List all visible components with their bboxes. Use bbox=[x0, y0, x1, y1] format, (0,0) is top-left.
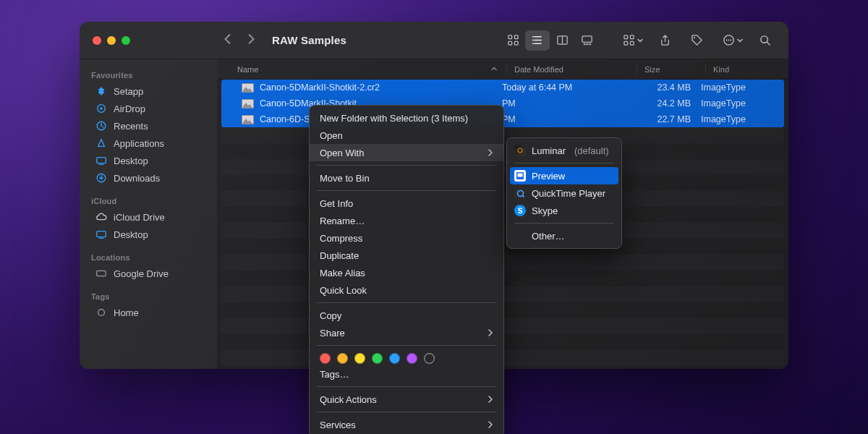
sidebar-item-google-drive[interactable]: Google Drive bbox=[84, 265, 213, 282]
tag-orange[interactable] bbox=[337, 353, 348, 364]
group-by-button[interactable] bbox=[618, 30, 644, 51]
menu-separator bbox=[317, 302, 496, 303]
sidebar-item-icloud-drive[interactable]: iCloud Drive bbox=[84, 208, 213, 226]
chevron-right-icon bbox=[246, 34, 256, 44]
group-icon bbox=[623, 34, 635, 46]
sidebar-item-icloud-desktop[interactable]: Desktop bbox=[84, 226, 213, 243]
submenu-app-preview[interactable]: Preview bbox=[510, 167, 618, 184]
column-name[interactable]: Name bbox=[237, 65, 506, 74]
chevron-right-icon bbox=[487, 328, 493, 339]
sidebar-section-locations: Locations bbox=[80, 249, 217, 265]
tag-circle-icon bbox=[95, 307, 107, 318]
search-button[interactable] bbox=[754, 30, 775, 51]
view-icons-button[interactable] bbox=[501, 30, 525, 51]
tag-none[interactable] bbox=[424, 353, 435, 364]
menu-separator bbox=[514, 163, 614, 163]
folder-title: RAW Samples bbox=[272, 34, 346, 46]
menu-quick-actions[interactable]: Quick Actions bbox=[310, 391, 503, 408]
menu-move-to-bin[interactable]: Move to Bin bbox=[310, 169, 503, 187]
image-file-icon bbox=[242, 83, 254, 93]
sidebar-item-recents[interactable]: Recents bbox=[84, 117, 213, 135]
menu-separator bbox=[514, 223, 614, 224]
submenu-app-skype[interactable]: S Skype bbox=[507, 202, 621, 219]
svg-rect-28 bbox=[97, 271, 106, 276]
menu-open-with[interactable]: Open With bbox=[310, 144, 503, 161]
image-file-icon bbox=[242, 99, 254, 109]
column-date[interactable]: Date Modified bbox=[506, 65, 637, 74]
sidebar-item-desktop[interactable]: Desktop bbox=[84, 152, 213, 169]
svg-point-20 bbox=[730, 40, 731, 41]
svg-rect-14 bbox=[630, 35, 634, 39]
minimize-window-button[interactable] bbox=[107, 36, 116, 45]
view-list-button[interactable] bbox=[525, 30, 550, 51]
sidebar-section-tags: Tags bbox=[80, 288, 217, 304]
tag-yellow[interactable] bbox=[354, 353, 365, 364]
sidebar-item-setapp[interactable]: Setapp bbox=[84, 82, 213, 100]
desktop-icon bbox=[95, 155, 107, 166]
forward-button[interactable] bbox=[246, 34, 256, 47]
menu-make-alias[interactable]: Make Alias bbox=[310, 264, 503, 281]
image-file-icon bbox=[242, 115, 254, 124]
menu-get-info[interactable]: Get Info bbox=[310, 195, 503, 212]
svg-rect-35 bbox=[518, 174, 523, 177]
desktop-icon bbox=[95, 229, 107, 240]
tags-button[interactable] bbox=[686, 30, 707, 51]
menu-tags[interactable]: Tags… bbox=[310, 365, 503, 383]
list-icon bbox=[532, 34, 544, 46]
tag-purple[interactable] bbox=[407, 353, 417, 364]
menu-rename[interactable]: Rename… bbox=[310, 212, 503, 229]
back-button[interactable] bbox=[223, 34, 233, 47]
menu-services[interactable]: Services bbox=[310, 416, 503, 433]
search-icon bbox=[759, 34, 771, 46]
downloads-icon bbox=[95, 172, 107, 184]
titlebar: RAW Samples bbox=[80, 22, 788, 59]
tag-green[interactable] bbox=[372, 353, 383, 364]
setapp-icon bbox=[95, 85, 107, 97]
menu-separator bbox=[317, 165, 496, 166]
svg-rect-1 bbox=[514, 35, 518, 39]
column-size[interactable]: Size bbox=[637, 65, 705, 74]
svg-rect-9 bbox=[583, 43, 585, 45]
sidebar-item-airdrop[interactable]: AirDrop bbox=[84, 100, 213, 117]
view-columns-button[interactable] bbox=[550, 30, 574, 51]
tag-red[interactable] bbox=[320, 353, 331, 364]
airdrop-icon bbox=[95, 103, 107, 114]
svg-rect-15 bbox=[630, 41, 634, 45]
menu-quick-look[interactable]: Quick Look bbox=[310, 281, 503, 299]
menu-new-folder[interactable]: New Folder with Selection (3 Items) bbox=[310, 109, 503, 127]
file-row[interactable]: Canon-5DMarkII-Shotkit-2.cr2 Today at 6:… bbox=[221, 80, 784, 95]
submenu-app-luminar[interactable]: Luminar(default) bbox=[507, 142, 621, 159]
menu-open[interactable]: Open bbox=[310, 127, 503, 144]
svg-point-16 bbox=[693, 37, 694, 38]
zoom-window-button[interactable] bbox=[122, 36, 130, 45]
column-kind[interactable]: Kind bbox=[705, 65, 788, 74]
more-actions-button[interactable] bbox=[718, 30, 744, 51]
menu-share[interactable]: Share bbox=[310, 324, 503, 341]
view-gallery-button[interactable] bbox=[574, 30, 599, 51]
close-window-button[interactable] bbox=[93, 36, 101, 45]
drive-icon bbox=[95, 268, 107, 279]
share-button[interactable] bbox=[654, 30, 676, 51]
chevron-left-icon bbox=[223, 34, 233, 44]
toolbar-right bbox=[618, 30, 775, 51]
menu-copy[interactable]: Copy bbox=[310, 307, 503, 324]
submenu-app-quicktime[interactable]: QuickTime Player bbox=[507, 184, 621, 202]
chevron-down-icon bbox=[637, 37, 644, 44]
sidebar-item-downloads[interactable]: Downloads bbox=[84, 169, 213, 187]
tag-blue[interactable] bbox=[389, 353, 400, 364]
sidebar-section-icloud: iCloud bbox=[80, 192, 217, 208]
submenu-other[interactable]: Other… bbox=[507, 227, 621, 244]
menu-separator bbox=[317, 386, 496, 387]
sidebar-item-applications[interactable]: Applications bbox=[84, 135, 213, 152]
svg-point-18 bbox=[726, 40, 727, 41]
columns-icon bbox=[556, 34, 569, 46]
window-controls bbox=[80, 36, 143, 45]
chevron-right-icon bbox=[487, 148, 493, 158]
svg-rect-0 bbox=[508, 35, 511, 39]
menu-compress[interactable]: Compress bbox=[310, 229, 503, 247]
svg-rect-13 bbox=[624, 41, 627, 45]
quicktime-app-icon bbox=[514, 187, 526, 199]
svg-point-33 bbox=[518, 148, 522, 153]
menu-duplicate[interactable]: Duplicate bbox=[310, 247, 503, 264]
sidebar-item-tag-home[interactable]: Home bbox=[84, 304, 213, 321]
